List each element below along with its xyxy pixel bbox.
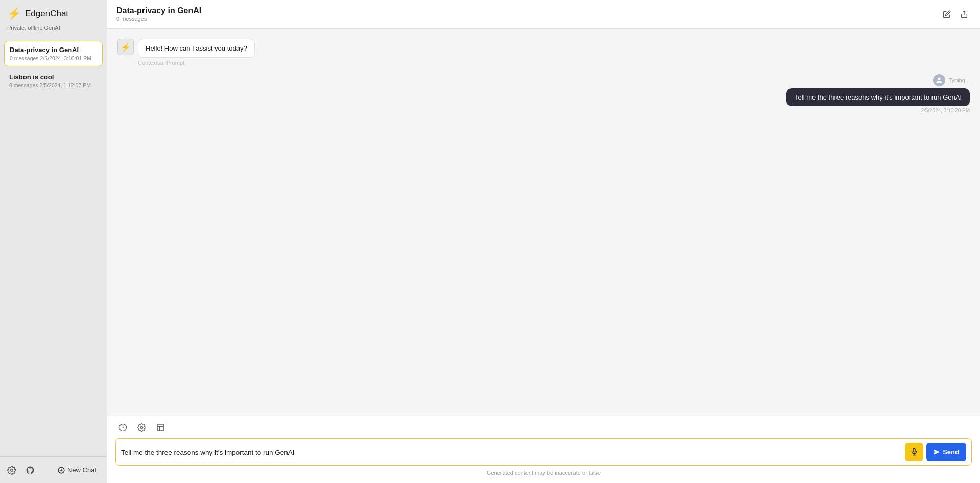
logo-icon: ⚡ [7, 8, 21, 19]
svg-point-6 [140, 426, 142, 428]
chat-list-item[interactable]: Data-privacy in GenAI 0 messages 2/5/202… [4, 41, 103, 66]
user-message-timestamp: 2/5/2024, 3:10:20 PM [921, 108, 970, 113]
svg-rect-10 [913, 448, 915, 452]
user-message: Typing... Tell me the three reasons why … [117, 74, 970, 113]
user-bubble: Tell me the three reasons why it's impor… [786, 88, 970, 106]
bot-avatar: ⚡ [117, 39, 134, 55]
input-area: Send Generated content may be inaccurate… [107, 416, 980, 483]
svg-point-0 [11, 469, 13, 471]
chat-area: ⚡ Hello! How can I assist you today? Con… [107, 29, 980, 416]
chat-list-item[interactable]: Lisbon is cool 0 messages 2/5/2024, 1:12… [4, 68, 103, 93]
template-toolbar-button[interactable] [153, 421, 168, 434]
typing-label: Typing... [948, 77, 970, 83]
input-toolbar [115, 421, 972, 434]
chat-header-info: Data-privacy in GenAI 0 messages [116, 6, 201, 22]
send-label: Send [943, 448, 959, 456]
chat-header-actions [940, 8, 971, 21]
sidebar-footer: New Chat [0, 456, 107, 483]
settings-button[interactable] [5, 464, 18, 477]
svg-rect-7 [157, 424, 164, 431]
disclaimer: Generated content may be inaccurate or f… [115, 470, 972, 476]
share-chat-button[interactable] [958, 8, 971, 21]
logo-name: EdgenChat [25, 9, 68, 19]
user-message-text: Tell me the three reasons why it's impor… [795, 93, 962, 101]
chat-message-count: 0 messages [116, 16, 201, 22]
sidebar-subtitle: Private, offline GenAI [0, 25, 107, 38]
contextual-prompt-label: Contextual Prompt [138, 60, 184, 66]
mic-button[interactable] [905, 443, 923, 461]
sidebar-header: ⚡ EdgenChat [0, 0, 107, 25]
user-typing-row: Typing... [933, 74, 970, 86]
bot-message-text: Hello! How can I assist you today? [146, 44, 247, 52]
settings-toolbar-button[interactable] [134, 421, 149, 434]
main-content: Data-privacy in GenAI 0 messages ⚡ Hello… [107, 0, 980, 483]
chat-title: Data-privacy in GenAI [116, 6, 201, 15]
message-input[interactable] [121, 449, 901, 461]
chat-header: Data-privacy in GenAI 0 messages [107, 0, 980, 29]
github-button[interactable] [23, 464, 37, 477]
bot-bubble: Hello! How can I assist you today? [138, 39, 255, 58]
input-actions: Send [905, 443, 966, 461]
new-chat-button[interactable]: New Chat [53, 463, 102, 477]
new-chat-label: New Chat [67, 466, 97, 474]
chat-item-meta: 0 messages 2/5/2024, 3:10:01 PM [10, 55, 97, 61]
input-row: Send [115, 438, 972, 466]
user-avatar [933, 74, 945, 86]
footer-icons [5, 464, 37, 477]
chat-list: Data-privacy in GenAI 0 messages 2/5/202… [0, 38, 107, 456]
edit-chat-button[interactable] [940, 8, 953, 21]
history-toolbar-button[interactable] [115, 421, 130, 434]
chat-item-title: Data-privacy in GenAI [10, 46, 97, 54]
bot-avatar-row: ⚡ Hello! How can I assist you today? [117, 39, 255, 58]
chat-item-meta: 0 messages 2/5/2024, 1:12:07 PM [9, 82, 98, 88]
chat-item-title: Lisbon is cool [9, 73, 98, 81]
bot-lightning-icon: ⚡ [121, 42, 131, 52]
send-button[interactable]: Send [926, 443, 966, 461]
bot-message: ⚡ Hello! How can I assist you today? Con… [117, 39, 970, 66]
sidebar: ⚡ EdgenChat Private, offline GenAI Data-… [0, 0, 107, 483]
